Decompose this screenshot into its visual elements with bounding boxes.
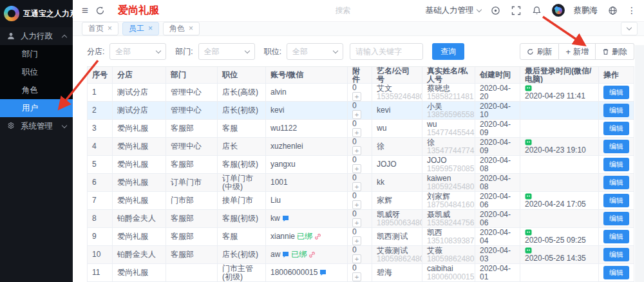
more-icon[interactable]: ⋮ bbox=[627, 5, 636, 15]
reload-icon[interactable] bbox=[95, 5, 106, 16]
attachment-count: 0 bbox=[352, 174, 357, 182]
created-date: 2020-04-09 bbox=[480, 138, 515, 155]
table-row[interactable]: 7爱尚礼服门市部接单门市Liu0+家辉刘家辉187504841602020-04… bbox=[87, 192, 634, 210]
attachment-expand-button[interactable]: + bbox=[352, 146, 361, 155]
position-name: 接单门市 bbox=[222, 196, 253, 205]
cell-real-name: 徐13547744774 bbox=[422, 138, 475, 156]
table-row[interactable]: 3爱尚礼服客服部客服wu11220+wuwu154774455442020-04… bbox=[87, 120, 634, 138]
edit-button[interactable]: 编辑 bbox=[603, 266, 629, 279]
close-icon[interactable]: × bbox=[148, 24, 153, 32]
edit-button[interactable]: 编辑 bbox=[603, 158, 629, 171]
bell-icon[interactable] bbox=[531, 5, 543, 16]
sidebar-item-department[interactable]: 部门 bbox=[0, 45, 73, 63]
cell-department: 客服部 bbox=[166, 210, 218, 228]
header-cell: 附件 bbox=[348, 67, 372, 84]
cell-account: yangxu bbox=[266, 156, 348, 174]
keyword-input[interactable] bbox=[350, 43, 423, 60]
attachment-expand-button[interactable]: + bbox=[352, 128, 361, 137]
edit-button[interactable]: 编辑 bbox=[603, 104, 629, 117]
edit-button[interactable]: 编辑 bbox=[603, 176, 629, 189]
cell-action: 编辑 bbox=[599, 192, 634, 210]
real-phone: 13547744774 bbox=[427, 147, 474, 155]
edit-button[interactable]: 编辑 bbox=[603, 140, 629, 153]
real-name: 徐 bbox=[427, 138, 435, 147]
menu-collapse-icon[interactable]: ≡ bbox=[82, 5, 88, 16]
edit-button[interactable]: 编辑 bbox=[603, 86, 629, 99]
cell-attachment: 0+ bbox=[348, 264, 372, 282]
sidebar-group-system[interactable]: 系统管理 bbox=[0, 117, 73, 135]
cell-last-login: 2020-05-25 09:25 bbox=[520, 228, 599, 246]
theme-icon[interactable] bbox=[490, 5, 502, 16]
attachment-expand-button[interactable]: + bbox=[352, 110, 361, 119]
cell-real-name: 凯西13510839387 bbox=[422, 228, 475, 246]
cell-department: 管理中心 bbox=[166, 102, 218, 120]
account-name: aw bbox=[270, 250, 280, 259]
attachment-expand-button[interactable]: + bbox=[352, 272, 361, 281]
row-index: 3 bbox=[92, 124, 97, 133]
attachment-expand-button[interactable]: + bbox=[352, 182, 361, 191]
sidebar-item-role[interactable]: 角色 bbox=[0, 81, 73, 99]
table-row[interactable]: 11爱尚礼服门市主管(初级)180060000150+碧海caibihai180… bbox=[87, 264, 634, 282]
close-icon[interactable]: × bbox=[189, 24, 193, 32]
tab-role[interactable]: 角色 × bbox=[163, 22, 200, 35]
cell-last-login bbox=[520, 264, 599, 282]
attachment-expand-button[interactable]: + bbox=[352, 236, 361, 245]
edit-button[interactable]: 编辑 bbox=[603, 122, 629, 135]
dept-select[interactable]: 全部 bbox=[198, 43, 255, 60]
bound-badge: 已绑 bbox=[291, 250, 307, 259]
tab-home[interactable]: 首页 × bbox=[82, 22, 118, 35]
username[interactable]: 蔡鹏海 bbox=[574, 5, 598, 16]
tab-employee[interactable]: 员工 × bbox=[122, 22, 159, 35]
cell-attachment: 0+ bbox=[348, 156, 372, 174]
sidebar-item-user[interactable]: 用户 bbox=[0, 99, 73, 117]
table-row[interactable]: 8铂爵金夫人客服部客服(初级)kw0+凯威呀18950063480聂凯威1535… bbox=[87, 210, 634, 228]
table-row[interactable]: 1测试分店管理中心店长(高级)alvin0+艾文15359246480蔡晓忠15… bbox=[87, 84, 634, 102]
attachment-count: 0 bbox=[352, 84, 357, 92]
sidebar-submenu: 部门 职位 角色 用户 bbox=[0, 45, 73, 117]
refresh-button[interactable]: 刷新 bbox=[520, 43, 559, 60]
attachment-expand-button[interactable]: + bbox=[352, 218, 361, 227]
cell-attachment: 0+ bbox=[348, 174, 372, 192]
tab-list-dropdown[interactable] bbox=[621, 22, 638, 35]
edit-button[interactable]: 编辑 bbox=[603, 194, 629, 207]
avatar[interactable] bbox=[552, 4, 565, 17]
language-icon[interactable] bbox=[607, 5, 618, 16]
attachment-expand-button[interactable]: + bbox=[352, 164, 361, 173]
branch-select[interactable]: 全部 bbox=[109, 43, 166, 60]
table-row[interactable]: 5爱尚礼服客服部客服(初级)yangxu0+JOJOJOJO1595957808… bbox=[87, 156, 634, 174]
table-row[interactable]: 4爱尚礼服管理中心店长xuzhenlei0+徐徐135477447742020-… bbox=[87, 138, 634, 156]
close-icon[interactable]: × bbox=[108, 24, 112, 32]
table-row[interactable]: 10铂爵金夫人客服部店长(初级)aw已绑0+艾薇测试18059862480艾薇1… bbox=[87, 246, 634, 264]
cell-last-login: 2020-05-26 14:35 bbox=[520, 246, 599, 264]
cell-branch: 爱尚礼服 bbox=[113, 138, 166, 156]
add-button[interactable]: + 新增 bbox=[559, 43, 596, 60]
global-search-input[interactable] bbox=[336, 6, 419, 15]
branch-filter-label: 分店: bbox=[87, 46, 104, 57]
fullscreen-icon[interactable] bbox=[511, 5, 522, 16]
position-name: 客服(初级) bbox=[222, 160, 258, 169]
sidebar-item-position[interactable]: 职位 bbox=[0, 63, 73, 81]
edit-button[interactable]: 编辑 bbox=[603, 212, 629, 225]
table-row[interactable]: 6爱尚礼服订单门市订单门市(中级)10010+kkkaiwen180592454… bbox=[87, 174, 634, 192]
cell-action: 编辑 bbox=[599, 210, 634, 228]
cell-branch: 爱尚礼服 bbox=[113, 156, 166, 174]
cell-branch: 铂爵金夫人 bbox=[113, 210, 166, 228]
table-row[interactable]: 9爱尚礼服客服部客服xiannie已绑0+凯西测试凯西1351083938720… bbox=[87, 228, 634, 246]
edit-button[interactable]: 编辑 bbox=[603, 230, 629, 243]
edit-button[interactable]: 编辑 bbox=[603, 248, 629, 261]
cell-last-login bbox=[520, 120, 599, 138]
cell-stage-name: wu bbox=[372, 120, 422, 138]
cell-last-login: 2020-04-24 17:05 bbox=[520, 192, 599, 210]
table-row[interactable]: 2测试分店管理中心店长(初级)kevi0+kevi小吴1385659655820… bbox=[87, 102, 634, 120]
role-dropdown[interactable]: 基础人力管理 bbox=[426, 5, 481, 16]
delete-button[interactable]: 删除 bbox=[596, 43, 634, 60]
account-name: xiannie bbox=[270, 232, 295, 241]
last-login-time: 2020-05-25 09:25 bbox=[525, 236, 586, 245]
position-select[interactable]: 全部 bbox=[287, 43, 343, 60]
query-button[interactable]: 查询 bbox=[432, 43, 464, 60]
attachment-expand-button[interactable]: + bbox=[352, 92, 361, 101]
sidebar-group-hr-admin[interactable]: 人力行政 bbox=[0, 27, 73, 45]
attachment-expand-button[interactable]: + bbox=[352, 254, 361, 263]
department-name: 客服部 bbox=[171, 124, 194, 133]
attachment-expand-button[interactable]: + bbox=[352, 200, 361, 209]
